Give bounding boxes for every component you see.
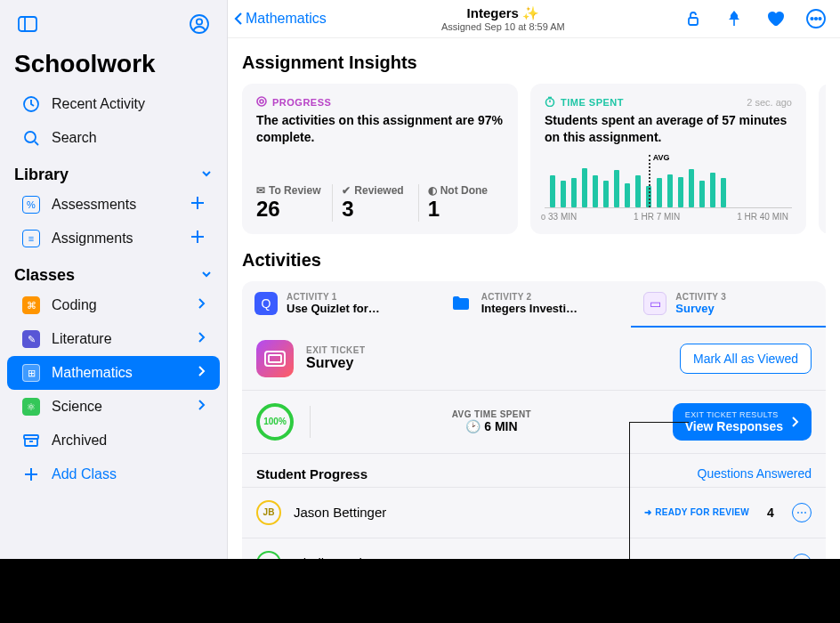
plus-icon[interactable] xyxy=(190,229,206,248)
clock-icon xyxy=(21,94,41,114)
back-button[interactable]: Mathematics xyxy=(233,11,327,27)
exit-ticket-icon xyxy=(256,340,294,377)
time-histogram: AVG xyxy=(545,155,792,208)
svg-point-21 xyxy=(819,18,820,20)
sidebar-item-literature[interactable]: ✎ Literature xyxy=(7,322,220,356)
results-eyebrow: EXIT TICKET RESULTS xyxy=(685,410,783,419)
next-card-peek[interactable] xyxy=(819,84,826,234)
status-badge: ➜READY FOR REVIEW xyxy=(644,507,749,517)
book-icon: ✎ xyxy=(21,329,41,349)
ticket-app-icon: ▭ xyxy=(643,292,666,315)
svg-line-6 xyxy=(35,142,38,145)
avg-label: AVG xyxy=(651,153,672,162)
sidebar-item-label: Archived xyxy=(52,433,107,449)
svg-point-23 xyxy=(260,100,263,103)
clock-icon: 🕑 xyxy=(465,419,481,433)
app-title: Schoolwork xyxy=(0,46,227,87)
sidebar-item-add-class[interactable]: Add Class xyxy=(7,457,220,491)
student-progress-heading: Student Progress xyxy=(256,466,368,481)
view-responses-button[interactable]: EXIT TICKET RESULTS View Responses xyxy=(673,403,812,441)
sidebar-item-label: Search xyxy=(52,130,97,146)
results-label: View Responses xyxy=(685,419,783,433)
sidebar-section-library[interactable]: Library xyxy=(0,155,227,188)
student-name: Jason Bettinger xyxy=(294,505,386,520)
chevron-right-icon xyxy=(197,331,206,347)
student-row[interactable]: CB Chella Boehm ➜READY FOR REVIEW 4 ⋯ xyxy=(242,538,826,559)
tab-activity-2[interactable]: ACTIVITY 2Integers Investi… xyxy=(437,281,632,328)
letterbox-bar xyxy=(0,559,840,623)
half-circle-icon: ◐ xyxy=(428,184,437,197)
svg-point-22 xyxy=(257,97,266,106)
sidebar-item-label: Science xyxy=(52,399,102,415)
plus-icon xyxy=(21,465,41,484)
plus-icon[interactable] xyxy=(190,195,206,214)
xaxis-mid: 1 HR 7 MIN xyxy=(634,212,680,222)
sidebar-item-mathematics[interactable]: ⊞ Mathematics xyxy=(7,356,220,390)
row-more-button[interactable]: ⋯ xyxy=(792,503,812,522)
section-label: Classes xyxy=(14,266,75,285)
topbar: Mathematics Integers ✨ Assigned Sep 10 a… xyxy=(228,0,840,38)
heart-icon[interactable] xyxy=(762,5,788,32)
svg-rect-12 xyxy=(25,439,37,446)
activity-eyebrow: EXIT TICKET xyxy=(306,345,366,355)
account-icon[interactable] xyxy=(186,11,213,37)
activities-heading: Activities xyxy=(242,250,826,271)
main: Mathematics Integers ✨ Assigned Sep 10 a… xyxy=(228,0,840,559)
more-icon[interactable] xyxy=(803,5,829,32)
avg-time-label: AVG TIME SPENT xyxy=(327,409,657,419)
avatar: CB xyxy=(256,551,281,559)
chevron-right-icon xyxy=(197,399,206,415)
sidebar-item-science[interactable]: ⚛ Science xyxy=(7,390,220,424)
card-label: TIME SPENT xyxy=(561,97,624,108)
sidebar-item-assessments[interactable]: % Assessments xyxy=(7,188,220,222)
timer-icon xyxy=(545,96,555,109)
y-zero-label: 0 xyxy=(541,213,545,222)
sidebar-item-coding[interactable]: ⌘ Coding xyxy=(7,288,220,322)
xaxis-max: 1 HR 40 MIN xyxy=(737,212,788,222)
check-circle-icon: ✔ xyxy=(342,184,351,197)
svg-point-19 xyxy=(811,18,812,20)
sidebar-toggle-icon[interactable] xyxy=(14,11,41,37)
questions-answered-link[interactable]: Questions Answered xyxy=(698,466,812,481)
xaxis-min: 33 MIN xyxy=(548,212,577,222)
progress-text: The activities on this assignment are 97… xyxy=(256,112,504,146)
insights-heading: Assignment Insights xyxy=(242,53,826,73)
sidebar-item-recent-activity[interactable]: Recent Activity xyxy=(7,87,220,121)
svg-rect-16 xyxy=(689,18,698,25)
svg-point-3 xyxy=(197,19,202,24)
calculator-icon: ⊞ xyxy=(21,363,41,383)
sidebar-item-assignments[interactable]: ≡ Assignments xyxy=(7,222,220,255)
tab-activity-1[interactable]: Q ACTIVITY 1Use Quizlet for… xyxy=(242,281,437,328)
mark-all-viewed-button[interactable]: Mark All as Viewed xyxy=(680,344,812,374)
avg-time-value: 6 MIN xyxy=(484,419,517,433)
sidebar-item-label: Assessments xyxy=(52,197,136,213)
activity-title: Survey xyxy=(306,355,366,371)
sidebar-item-label: Add Class xyxy=(52,466,117,482)
chevron-down-icon xyxy=(200,166,213,184)
svg-rect-28 xyxy=(269,355,281,362)
time-spent-card[interactable]: TIME SPENT 2 sec. ago Students spent an … xyxy=(530,84,806,234)
sidebar-section-classes[interactable]: Classes xyxy=(0,255,227,288)
sidebar-item-archived[interactable]: Archived xyxy=(7,424,220,457)
activities-panel: Q ACTIVITY 1Use Quizlet for… ACTIVITY 2I… xyxy=(242,281,826,559)
sidebar-item-search[interactable]: Search xyxy=(7,121,220,155)
tab-activity-3[interactable]: ▭ ACTIVITY 3Survey xyxy=(631,281,826,328)
avg-line xyxy=(649,155,650,207)
sidebar-item-label: Assignments xyxy=(52,231,133,247)
progress-card[interactable]: PROGRESS The activities on this assignme… xyxy=(242,84,518,234)
avatar: JB xyxy=(256,500,281,525)
card-label: PROGRESS xyxy=(272,97,331,108)
completion-ring: 100% xyxy=(256,403,294,441)
sidebar-item-label: Coding xyxy=(52,297,97,313)
sidebar-item-label: Mathematics xyxy=(52,365,133,381)
chevron-right-icon xyxy=(197,365,206,381)
archive-icon xyxy=(21,431,41,450)
timestamp: 2 sec. ago xyxy=(747,97,792,108)
lock-open-icon[interactable] xyxy=(680,5,707,32)
sidebar: Schoolwork Recent Activity Search Librar… xyxy=(0,0,228,559)
quizlet-app-icon: Q xyxy=(254,292,278,315)
svg-point-20 xyxy=(815,18,817,20)
pin-icon[interactable] xyxy=(721,5,747,32)
divider xyxy=(310,406,311,438)
student-row[interactable]: JB Jason Bettinger ➜READY FOR REVIEW 4 ⋯ xyxy=(242,487,826,538)
